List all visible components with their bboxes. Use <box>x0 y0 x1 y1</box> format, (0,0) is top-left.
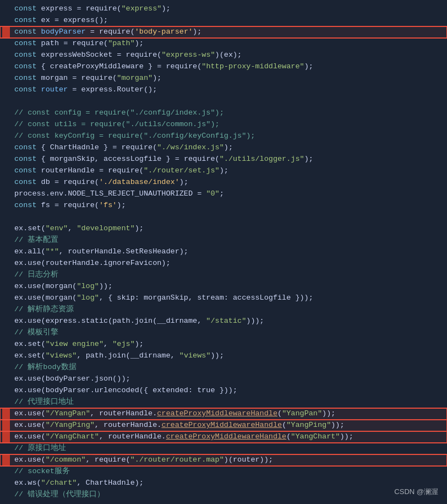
token: 'fs' <box>99 200 117 212</box>
token: "YangPing" <box>286 420 331 431</box>
token: = <box>54 200 59 212</box>
token: ex.all( <box>14 246 46 258</box>
token: const <box>14 73 37 84</box>
line-gutter <box>2 478 10 489</box>
token: express(); <box>59 15 108 26</box>
line-gutter <box>2 385 10 397</box>
token: expressWebSocket <box>37 50 117 61</box>
token: express.Router(); <box>77 84 157 96</box>
token: // 解析body数据 <box>14 362 77 373</box>
line-gutter <box>2 420 10 431</box>
token: createProxyMiddlewareHandle <box>166 431 286 443</box>
token: ex.use( <box>14 420 46 431</box>
token: // 基本配置 <box>14 235 58 246</box>
token: // const utils = require("./utils/common… <box>14 119 220 131</box>
token: )); <box>322 408 335 420</box>
token: require( <box>81 3 122 15</box>
token: "./router/set.js" <box>144 165 220 177</box>
line-gutter <box>2 281 10 292</box>
token: )); <box>211 350 224 362</box>
line-gutter <box>2 489 10 501</box>
token: "0" <box>206 188 219 200</box>
token: ex.set( <box>14 350 46 362</box>
token: // const config = require("./config/inde… <box>14 107 224 119</box>
token: ( <box>277 408 282 420</box>
token: = <box>99 165 103 177</box>
token: bodyParser <box>37 26 90 38</box>
line-gutter <box>2 339 10 350</box>
code-line: ex.use(routerHandle.ignoreFavicon); <box>0 258 447 269</box>
line-gutter <box>2 316 10 327</box>
token: createProxyMiddlewareHandle <box>157 408 277 420</box>
code-line: // 模板引擎 <box>0 327 447 339</box>
line-gutter <box>2 50 10 61</box>
token: ); <box>304 61 313 73</box>
code-line: const { createProxyMiddleware } = requir… <box>0 61 447 73</box>
line-gutter <box>2 96 10 107</box>
code-line: // 解析静态资源 <box>0 304 447 316</box>
code-line <box>0 96 447 107</box>
token: )(router)); <box>224 454 273 466</box>
line-gutter <box>2 165 10 177</box>
token: ( <box>286 431 291 443</box>
line-gutter <box>2 304 10 316</box>
token: require( <box>77 73 117 84</box>
token: = <box>63 38 68 50</box>
token: "YangChart" <box>291 431 340 443</box>
token: routerHandle <box>37 165 99 177</box>
token: // 解析静态资源 <box>14 304 74 316</box>
token: "views" <box>46 350 77 362</box>
code-line: // const config = require("./config/inde… <box>0 107 447 119</box>
token: const <box>14 61 37 73</box>
line-gutter <box>2 15 10 26</box>
code-line: ex.use(bodyParser.urlencoded({ extended:… <box>0 385 447 397</box>
line-gutter <box>2 154 10 165</box>
token: , <box>68 223 77 235</box>
token: { ChartHadnle } <box>37 142 113 154</box>
code-line: ex.set("env", "development"); <box>0 223 447 235</box>
token: ex.ws( <box>14 478 41 489</box>
token: "YangPan" <box>282 408 322 420</box>
token: './database/index' <box>99 177 179 188</box>
token: require( <box>103 165 144 177</box>
token: // socket服务 <box>14 466 70 478</box>
token: "http-proxy-middleware" <box>201 61 304 73</box>
token: require( <box>68 38 108 50</box>
token: ex.use( <box>14 454 46 466</box>
code-line: ex.set("view engine", "ejs"); <box>0 339 447 350</box>
token: ); <box>152 73 161 84</box>
code-line: ex.use(morgan("log")); <box>0 281 447 292</box>
token: "./utils/logger.js" <box>220 154 304 165</box>
token: "view engine" <box>46 339 103 350</box>
token: ; <box>220 188 224 200</box>
line-gutter <box>2 119 10 131</box>
token: = <box>72 73 77 84</box>
code-line: ex.use(bodyParser.json()); <box>0 373 447 385</box>
token: const <box>14 154 37 165</box>
token: express <box>37 3 77 15</box>
token: // 模板引擎 <box>14 327 58 339</box>
token: ex.use( <box>14 431 46 443</box>
token: "env" <box>46 223 68 235</box>
code-line: // 原接口地址 <box>0 443 447 454</box>
token: const <box>14 165 37 177</box>
token: ex.set( <box>14 223 46 235</box>
token: "log" <box>77 281 99 292</box>
token: createProxyMiddlewareHandle <box>161 420 282 431</box>
line-gutter <box>2 466 10 478</box>
token: )); <box>340 431 353 443</box>
token: "/static" <box>206 316 246 327</box>
line-gutter <box>2 73 10 84</box>
token: = <box>54 177 59 188</box>
code-line: ex.use(morgan("log", { skip: morganSkip,… <box>0 292 447 304</box>
line-gutter <box>2 131 10 142</box>
code-editor: const express = require("express");const… <box>0 0 447 504</box>
token: ); <box>193 26 201 38</box>
line-gutter <box>2 258 10 269</box>
line-gutter <box>2 84 10 96</box>
token: const <box>14 26 37 38</box>
watermark: CSDN @澜渥 <box>394 486 438 497</box>
token: "*" <box>46 246 59 258</box>
token: fs <box>37 200 54 212</box>
token: require( <box>121 50 161 61</box>
